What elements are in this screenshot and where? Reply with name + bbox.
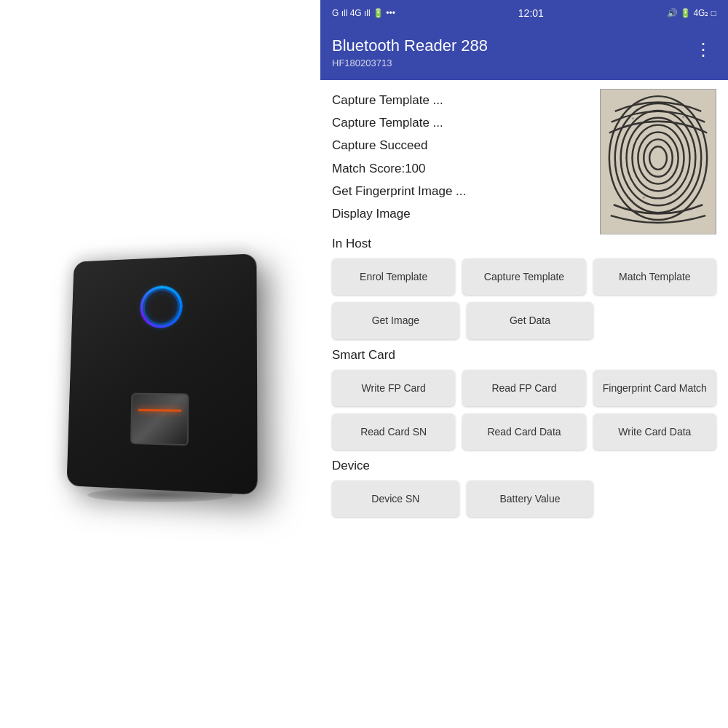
status-left: G ıll 4G ıll 🔋 ••• [332,8,395,18]
fingerprint-image [600,89,716,234]
svg-point-12 [693,146,695,148]
device-row-1: Device SN Battery Value [332,480,716,517]
svg-point-14 [676,193,677,194]
svg-point-13 [643,197,645,199]
app-title: Bluetooth Reader 288 [332,36,488,55]
device-body [66,253,257,494]
in-host-row-1: Enrol Template Capture Template Match Te… [332,258,716,295]
capture-template-btn[interactable]: Capture Template [462,258,585,295]
battery-value-btn[interactable]: Battery Value [467,480,594,517]
device-scanner [130,393,189,446]
fingerprint-svg [600,89,716,234]
app-header: Bluetooth Reader 288 HF180203713 ⋮ [320,26,728,80]
smart-card-row-2: Read Card SN Read Card Data Write Card D… [332,414,716,450]
scanner-light [138,409,181,412]
get-data-btn[interactable]: Get Data [467,302,594,339]
app-subtitle: HF180203713 [332,58,488,68]
svg-point-9 [632,117,634,119]
fingerprint-card-match-btn[interactable]: Fingerprint Card Match [593,370,716,406]
smart-card-label: Smart Card [332,348,716,363]
get-image-btn[interactable]: Get Image [332,302,459,339]
app-title-group: Bluetooth Reader 288 HF180203713 [332,36,488,68]
match-template-btn[interactable]: Match Template [593,258,716,295]
status-time: 12:01 [518,7,544,19]
in-host-label: In Host [332,237,716,251]
svg-point-11 [622,143,623,144]
write-fp-card-btn[interactable]: Write FP Card [332,370,455,406]
device-illustration [36,211,284,517]
read-card-data-btn[interactable]: Read Card Data [462,414,585,450]
status-right: 🔊 🔋 4G₂ □ [667,8,716,18]
enrol-template-btn[interactable]: Enrol Template [332,258,455,295]
write-card-data-btn[interactable]: Write Card Data [593,414,716,450]
read-card-sn-btn[interactable]: Read Card SN [332,414,455,450]
smart-card-row-1: Write FP Card Read FP Card Fingerprint C… [332,370,716,406]
phone-ui-panel: G ıll 4G ıll 🔋 ••• 12:01 🔊 🔋 4G₂ □ Bluet… [320,0,728,728]
status-bar: G ıll 4G ıll 🔋 ••• 12:01 🔊 🔋 4G₂ □ [320,0,728,26]
device-label: Device [332,459,716,473]
log-section: Capture Template ... Capture Template ..… [332,89,716,225]
read-fp-card-btn[interactable]: Read FP Card [462,370,585,406]
svg-point-10 [682,116,684,118]
device-sn-btn[interactable]: Device SN [332,480,459,517]
in-host-row-2: Get Image Get Data [332,302,716,339]
header-menu-icon[interactable]: ⋮ [692,36,716,63]
product-image-panel [0,0,320,728]
content-area: Capture Template ... Capture Template ..… [320,80,728,728]
